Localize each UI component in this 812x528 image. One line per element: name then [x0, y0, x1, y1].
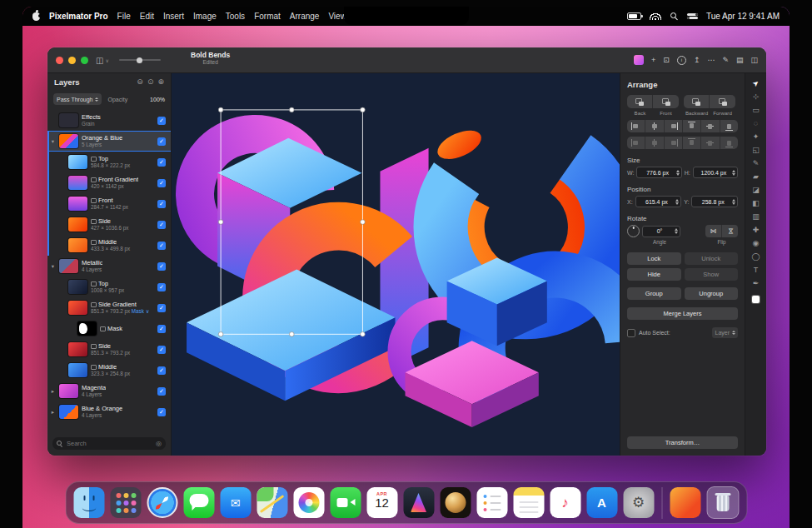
- heal-tool-icon[interactable]: ◉: [753, 239, 760, 248]
- zoom-slider-knob[interactable]: [137, 57, 142, 63]
- menu-arrange[interactable]: Arrange: [290, 12, 320, 21]
- layer-row-magenta[interactable]: ▸Magenta4 Layers✓: [47, 381, 171, 401]
- marquee-tool-icon[interactable]: ▭: [752, 106, 760, 115]
- stepper-arrows-icon[interactable]: [675, 199, 679, 205]
- opacity-value[interactable]: 100%: [150, 97, 165, 102]
- crop-tool-icon[interactable]: ◱: [752, 146, 760, 155]
- layer-visibility-checkbox[interactable]: ✓: [157, 262, 166, 271]
- messages-dock-icon[interactable]: [183, 487, 214, 518]
- control-center-icon[interactable]: [687, 12, 698, 20]
- remove-layer-icon[interactable]: ⊖: [137, 77, 143, 86]
- auto-select-checkbox[interactable]: [627, 329, 635, 337]
- layer-row-metallic[interactable]: ▾Metallic4 Layers✓: [47, 256, 171, 276]
- brush-tool-icon[interactable]: ▰: [753, 172, 759, 182]
- send-back-button[interactable]: [627, 95, 653, 108]
- add-icon[interactable]: +: [651, 56, 655, 64]
- stepper-arrows-icon[interactable]: [732, 199, 735, 205]
- wallpaper-file-dock-icon[interactable]: [670, 487, 700, 518]
- flip-vertical-icon[interactable]: ⋈: [722, 225, 738, 237]
- align-center-icon[interactable]: [645, 120, 664, 132]
- menu-tools[interactable]: Tools: [226, 12, 245, 21]
- send-backward-button[interactable]: [684, 95, 710, 108]
- menu-format[interactable]: Format: [254, 12, 281, 21]
- apple-menu-icon[interactable]: [32, 12, 40, 21]
- layer-visibility-checkbox[interactable]: ✓: [157, 387, 166, 396]
- x-stepper[interactable]: 615.4 px: [635, 196, 682, 207]
- distribute-bottom-icon[interactable]: [720, 137, 738, 149]
- layer-row-middle[interactable]: Middle323.3 × 254.8 px✓: [47, 360, 171, 381]
- menu-insert[interactable]: Insert: [163, 12, 184, 21]
- reminders-dock-icon[interactable]: [476, 487, 507, 518]
- disclosure-icon[interactable]: ▸: [50, 409, 56, 416]
- add-layer-icon[interactable]: ⊕: [157, 77, 164, 86]
- distribute-center-icon[interactable]: [645, 137, 664, 149]
- layer-row-front-gradient[interactable]: Front Gradient420 × 1142 px✓: [47, 172, 171, 193]
- layer-visibility-checkbox[interactable]: ✓: [157, 179, 166, 187]
- layout-side-icon[interactable]: ◫: [750, 56, 758, 64]
- finder-dock-icon[interactable]: [73, 487, 104, 518]
- type-tool-icon[interactable]: T: [754, 266, 759, 275]
- markup-icon[interactable]: ✎: [722, 56, 729, 64]
- layer-visibility-checkbox[interactable]: ✓: [157, 408, 166, 416]
- layer-visibility-checkbox[interactable]: ✓: [157, 137, 166, 146]
- color-well[interactable]: [752, 296, 760, 303]
- more-icon[interactable]: ⋯: [707, 56, 715, 64]
- pixelmator-pro-dock-icon[interactable]: [403, 487, 434, 518]
- mail-dock-icon[interactable]: ✉: [220, 487, 251, 518]
- distribute-middle-icon[interactable]: [701, 137, 720, 149]
- layer-row-mask[interactable]: Mask✓: [47, 318, 171, 339]
- layers-search-field[interactable]: ◎: [52, 437, 166, 450]
- layer-row-side[interactable]: Side851.3 × 793.2 px✓: [47, 339, 171, 360]
- stepper-arrows-icon[interactable]: [675, 228, 678, 234]
- magic-wand-tool-icon[interactable]: ✦: [753, 132, 760, 142]
- fullscreen-button[interactable]: [81, 57, 88, 64]
- layer-visibility-checkbox[interactable]: ✓: [157, 158, 166, 167]
- disclosure-icon[interactable]: ▸: [50, 388, 56, 395]
- layer-visibility-checkbox[interactable]: ✓: [157, 242, 166, 250]
- align-middle-icon[interactable]: [701, 120, 720, 132]
- layer-row-top[interactable]: Top1008 × 957 px✓: [47, 276, 171, 297]
- align-top-icon[interactable]: [683, 120, 701, 132]
- layer-row-front[interactable]: Front284.7 × 1142 px✓: [47, 193, 171, 214]
- minimize-button[interactable]: [68, 57, 76, 64]
- layer-visibility-checkbox[interactable]: ✓: [157, 304, 166, 312]
- menu-clock[interactable]: Tue Apr 12 9:41 AM: [706, 12, 780, 21]
- layer-visibility-checkbox[interactable]: ✓: [157, 117, 166, 125]
- maps-dock-icon[interactable]: [257, 487, 287, 518]
- stepper-arrows-icon[interactable]: [676, 170, 680, 176]
- blend-mode-dropdown[interactable]: Pass Through: [53, 93, 102, 105]
- trash-dock-icon[interactable]: [706, 486, 739, 519]
- color-adjustments-icon[interactable]: [634, 55, 644, 65]
- calendar-dock-icon[interactable]: APR12: [366, 487, 397, 518]
- photos-dock-icon[interactable]: [293, 487, 324, 518]
- canvas[interactable]: [172, 73, 620, 456]
- bring-forward-button[interactable]: [710, 95, 735, 108]
- menu-image[interactable]: Image: [193, 12, 217, 21]
- align-left-icon[interactable]: [627, 120, 645, 132]
- wifi-icon[interactable]: [650, 12, 662, 20]
- layer-visibility-checkbox[interactable]: ✓: [157, 325, 166, 333]
- shape-tool-icon[interactable]: ◯: [751, 252, 760, 262]
- auto-select-dropdown[interactable]: Layer: [712, 327, 738, 338]
- system-settings-dock-icon[interactable]: ⚙: [623, 487, 654, 518]
- layer-visibility-checkbox[interactable]: ✓: [157, 346, 166, 354]
- disclosure-icon[interactable]: ▾: [50, 138, 56, 145]
- battery-icon[interactable]: [627, 12, 641, 20]
- hide-button[interactable]: Hide: [627, 268, 681, 281]
- width-stepper[interactable]: 776.6 px: [636, 167, 681, 178]
- layout-top-icon[interactable]: ▤: [736, 56, 744, 64]
- close-button[interactable]: [56, 57, 63, 64]
- flip-horizontal-icon[interactable]: ⋈: [705, 225, 722, 237]
- pen-tool-icon[interactable]: ✒: [753, 279, 760, 288]
- photo-browser-icon[interactable]: ⊡: [663, 56, 670, 64]
- layer-options-icon[interactable]: ⊙: [147, 77, 154, 86]
- align-right-icon[interactable]: [665, 120, 683, 132]
- distribute-top-icon[interactable]: [683, 137, 701, 149]
- layer-row-top[interactable]: Top584.8 × 222.2 px✓: [47, 152, 171, 172]
- rotate-dial[interactable]: [627, 225, 640, 237]
- search-filter-icon[interactable]: ◎: [156, 440, 162, 447]
- bring-front-button[interactable]: [653, 95, 679, 108]
- stepper-arrows-icon[interactable]: [732, 170, 735, 176]
- share-icon[interactable]: ↥: [694, 56, 700, 64]
- align-bottom-icon[interactable]: [720, 120, 738, 132]
